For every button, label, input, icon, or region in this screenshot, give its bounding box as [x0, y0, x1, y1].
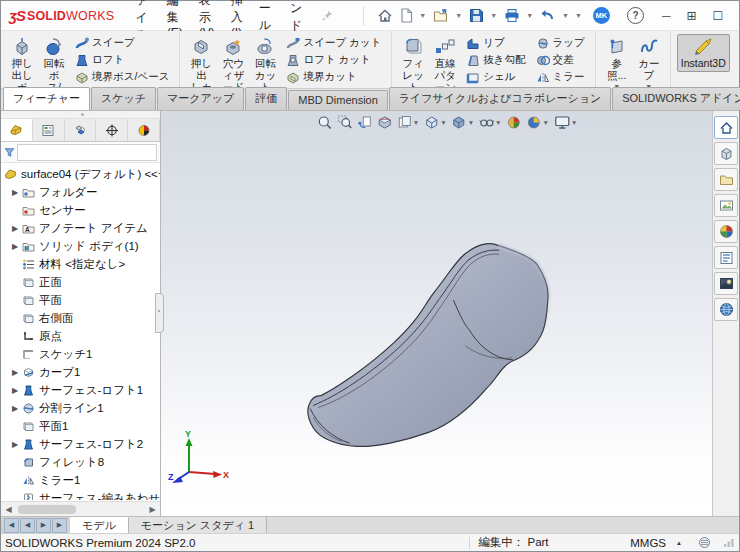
save-button[interactable]: [467, 6, 486, 25]
expand-arrow-icon[interactable]: ▶: [9, 188, 21, 197]
display-manager-tab[interactable]: [128, 119, 160, 141]
tree-item-split-line1[interactable]: ▶ 分割ライン1: [1, 399, 160, 417]
tree-item-sketch1[interactable]: スケッチ1: [1, 345, 160, 363]
tree-item-right-plane[interactable]: 右側面: [1, 309, 160, 327]
appearances-scenes-icon[interactable]: [714, 220, 738, 243]
new-document-button[interactable]: [398, 6, 415, 25]
tree-item-material[interactable]: 材料 <指定なし>: [1, 255, 160, 273]
tree-item-annotations[interactable]: ▶ A アノテート アイテム: [1, 219, 160, 237]
file-explorer-icon[interactable]: [714, 168, 738, 191]
undo-dropdown-icon[interactable]: ▼: [562, 12, 569, 19]
print-dropdown-icon[interactable]: ▼: [526, 12, 533, 19]
dimxpert-manager-tab[interactable]: [96, 119, 128, 141]
expand-arrow-icon[interactable]: ▶: [9, 224, 21, 233]
expand-arrow-icon[interactable]: ▶: [9, 242, 21, 251]
lofted-cut-button[interactable]: ロフト カット: [283, 52, 384, 68]
tags-icon[interactable]: [698, 536, 711, 549]
solidworks-resources-icon[interactable]: [714, 142, 738, 165]
pin-menu-icon[interactable]: [322, 10, 333, 21]
tree-item-surface-loft2[interactable]: ▶ サーフェス-ロフト2: [1, 435, 160, 453]
scroll-left-icon[interactable]: ◀: [1, 505, 16, 514]
configuration-manager-tab[interactable]: [65, 119, 97, 141]
intersect-button[interactable]: 交差: [533, 52, 588, 68]
mirror-button[interactable]: ミラー: [533, 69, 588, 85]
tab-markup[interactable]: マークアップ: [157, 87, 244, 110]
unit-system-dropdown-icon[interactable]: ▲: [676, 540, 682, 546]
tab-solidworks-addins[interactable]: SOLIDWORKS アドイン: [612, 87, 740, 110]
expand-arrow-icon[interactable]: ▶: [9, 440, 21, 449]
prev-tab-icon[interactable]: ◀: [20, 518, 35, 533]
new-dropdown-icon[interactable]: ▼: [419, 12, 426, 19]
lofted-boss-button[interactable]: ロフト: [72, 52, 172, 68]
scrollbar-thumb[interactable]: [18, 505, 76, 514]
tree-item-origin[interactable]: 原点: [1, 327, 160, 345]
wrap-button[interactable]: ラップ: [533, 35, 588, 51]
model-body[interactable]: [308, 244, 548, 447]
instant3d-button[interactable]: Instant3D: [677, 34, 730, 72]
user-avatar[interactable]: MK: [593, 7, 610, 24]
open-dropdown-icon[interactable]: ▼: [455, 12, 462, 19]
help-button[interactable]: ?: [627, 7, 644, 24]
panel-collapse-handle[interactable]: [155, 293, 164, 333]
expand-arrow-icon[interactable]: ▶: [9, 386, 21, 395]
tab-lifecycle-collaboration[interactable]: ライフサイクルおよびコラボレーション: [389, 87, 611, 110]
tree-item-surface-loft1[interactable]: ▶ サーフェス-ロフト1: [1, 381, 160, 399]
swept-boss-button[interactable]: スイープ: [72, 35, 172, 51]
last-tab-icon[interactable]: ▶: [52, 518, 67, 533]
expand-arrow-icon[interactable]: ▶: [9, 368, 21, 377]
scroll-right-icon[interactable]: ▶: [145, 505, 160, 514]
curves-button[interactable]: カーブ ▼: [634, 34, 664, 92]
draft-button[interactable]: 抜き勾配: [463, 52, 528, 68]
ribbon-collapse-icon[interactable]: ∧: [736, 71, 740, 88]
scene-settings-icon[interactable]: [714, 272, 738, 295]
tree-horizontal-scrollbar[interactable]: ◀ ▶: [1, 501, 160, 516]
tree-item-sensors[interactable]: センサー: [1, 201, 160, 219]
tab-evaluate[interactable]: 評価: [245, 87, 287, 110]
home-button[interactable]: [375, 6, 395, 25]
tree-item-front-plane[interactable]: 正面: [1, 273, 160, 291]
tree-root-part[interactable]: surface04 (デフォルト) <<デフォ: [1, 165, 160, 183]
boundary-boss-button[interactable]: 境界ボス/ベース: [72, 69, 172, 85]
solidworks-forum-icon[interactable]: [714, 298, 738, 321]
minimize-button[interactable]: ─: [662, 9, 671, 23]
performance-monitor-icon[interactable]: [723, 537, 735, 548]
open-button[interactable]: [431, 6, 451, 25]
save-dropdown-icon[interactable]: ▼: [490, 12, 497, 19]
property-manager-tab[interactable]: [33, 119, 65, 141]
next-tab-icon[interactable]: ▶: [36, 518, 51, 533]
tree-item-curve1[interactable]: ▶ カーブ1: [1, 363, 160, 381]
print-button[interactable]: [502, 6, 522, 25]
tree-filter-input[interactable]: [17, 144, 157, 161]
tab-features[interactable]: フィーチャー: [3, 87, 90, 110]
swept-cut-button[interactable]: スイープ カット: [283, 35, 384, 51]
rib-button[interactable]: リブ: [463, 35, 528, 51]
tree-item-fillet8[interactable]: フィレット8: [1, 453, 160, 471]
tree-item-plane1[interactable]: 平面1: [1, 417, 160, 435]
tab-sketch[interactable]: スケッチ: [91, 87, 156, 110]
more-commands-icon[interactable]: ▼: [575, 12, 582, 19]
shell-button[interactable]: シェル: [463, 69, 528, 85]
view-palette-icon[interactable]: [714, 194, 738, 217]
model-tab[interactable]: モデル: [70, 517, 129, 533]
motion-study-tab[interactable]: モーション スタディ 1: [129, 517, 267, 533]
feature-manager-tab[interactable]: [1, 119, 33, 141]
tree-item-folder[interactable]: ▶ フォルダー: [1, 183, 160, 201]
graphics-viewport[interactable]: ▼ ▼ ▼ ▼ ▼ ▼: [161, 111, 712, 516]
first-tab-icon[interactable]: ◀: [4, 518, 19, 533]
maximize-button[interactable]: ☐: [713, 9, 724, 23]
panel-splitter-handle[interactable]: [1, 111, 160, 119]
tree-item-top-plane[interactable]: 平面: [1, 291, 160, 309]
home-tab-icon[interactable]: [714, 116, 738, 139]
tab-mbd-dimension[interactable]: MBD Dimension: [288, 90, 387, 110]
tree-item-surface-knit2[interactable]: サーフェス-編みあわせ2: [1, 489, 160, 500]
layout-button[interactable]: ⊞: [686, 9, 696, 23]
reference-geometry-button[interactable]: 参照... ▼: [602, 34, 632, 92]
tree-item-solid-bodies[interactable]: ▶ ソリッド ボディ(1): [1, 237, 160, 255]
unit-system-label[interactable]: MMGS: [630, 537, 666, 549]
expand-arrow-icon[interactable]: ▶: [9, 404, 21, 413]
tree-item-mirror1[interactable]: ミラー1: [1, 471, 160, 489]
3d-model-shoe-last[interactable]: [161, 111, 712, 516]
boundary-cut-button[interactable]: 境界カット: [283, 69, 384, 85]
undo-button[interactable]: [538, 6, 558, 25]
custom-properties-icon[interactable]: [714, 246, 738, 269]
